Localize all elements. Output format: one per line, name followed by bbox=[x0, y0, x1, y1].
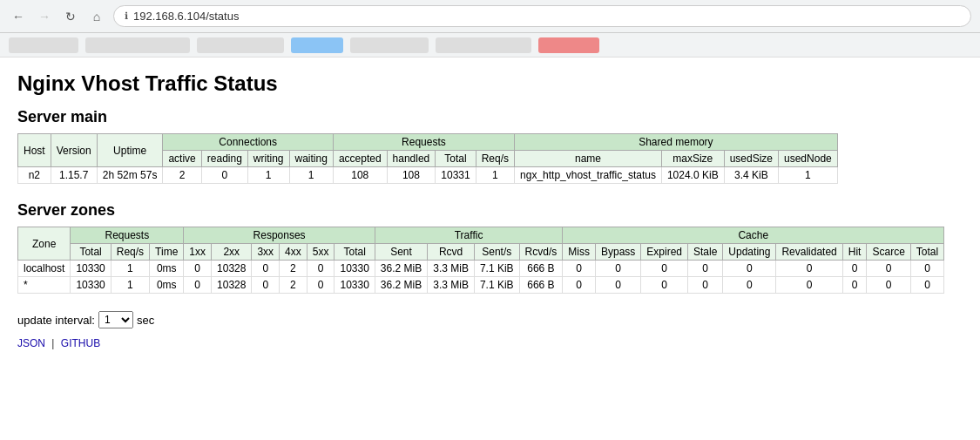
col-connections-group: Connections bbox=[163, 134, 333, 151]
col-traffic-group: Traffic bbox=[375, 227, 562, 244]
browser-chrome: ← → ↻ ⌂ ℹ 192.168.6.104/status bbox=[0, 0, 980, 33]
bookmarks-bar bbox=[0, 33, 980, 58]
col-accepted: accepted bbox=[333, 151, 387, 167]
page-content: Nginx Vhost Traffic Status Server main H… bbox=[0, 58, 980, 363]
col-requests-group2: Requests bbox=[71, 227, 184, 244]
col-4xx: 4xx bbox=[280, 244, 308, 261]
col-1xx: 1xx bbox=[184, 244, 212, 261]
col-rcvd: Rcvd bbox=[428, 244, 475, 261]
col-scarce: Scarce bbox=[867, 244, 910, 261]
col-sents: Sent/s bbox=[474, 244, 519, 261]
home-button[interactable]: ⌂ bbox=[87, 7, 106, 26]
col-stale: Stale bbox=[688, 244, 723, 261]
url-text: 192.168.6.104/status bbox=[133, 10, 239, 23]
col-name: name bbox=[515, 151, 662, 167]
col-rtotal: Total bbox=[335, 244, 375, 261]
address-bar[interactable]: ℹ 192.168.6.104/status bbox=[113, 5, 971, 27]
col-miss: Miss bbox=[563, 244, 596, 261]
col-handled: handled bbox=[387, 151, 436, 167]
bookmark-7 bbox=[538, 37, 599, 53]
col-ctotal: Total bbox=[910, 244, 943, 261]
server-zones-table: Zone Requests Responses Traffic Cache To… bbox=[17, 227, 944, 294]
col-active: active bbox=[163, 151, 201, 167]
bookmark-6 bbox=[436, 37, 531, 53]
server-main-section: Server main Host Version Uptime Connecti… bbox=[17, 108, 963, 184]
github-link[interactable]: GITHUB bbox=[61, 337, 100, 349]
col-cache-group: Cache bbox=[563, 227, 944, 244]
bookmark-4 bbox=[291, 37, 343, 53]
col-revalidated: Revalidated bbox=[776, 244, 842, 261]
col-version: Version bbox=[51, 134, 97, 167]
server-main-heading: Server main bbox=[17, 108, 963, 126]
col-uptime: Uptime bbox=[97, 134, 163, 167]
bookmark-5 bbox=[350, 37, 429, 53]
update-interval-row: update interval: 12510 sec bbox=[17, 311, 963, 328]
server-zones-section: Server zones Zone Requests Responses Tra… bbox=[17, 201, 963, 294]
col-reqs: Req/s bbox=[476, 151, 514, 167]
page-title: Nginx Vhost Traffic Status bbox=[17, 71, 963, 96]
col-hit: Hit bbox=[842, 244, 867, 261]
col-reqs-z: Req/s bbox=[111, 244, 149, 261]
col-usedsize: usedSize bbox=[724, 151, 778, 167]
footer-links: JSON | GITHUB bbox=[17, 337, 963, 349]
col-sent: Sent bbox=[375, 244, 427, 261]
server-zones-heading: Server zones bbox=[17, 201, 963, 220]
col-updating: Updating bbox=[723, 244, 776, 261]
bookmark-2 bbox=[85, 37, 190, 53]
update-interval-unit: sec bbox=[137, 314, 154, 327]
col-total-req: Total bbox=[436, 151, 476, 167]
update-interval-label: update interval: bbox=[17, 314, 95, 327]
col-host: Host bbox=[18, 134, 51, 167]
col-shared-memory-group: Shared memory bbox=[515, 134, 838, 151]
col-waiting: waiting bbox=[289, 151, 333, 167]
col-bypass: Bypass bbox=[595, 244, 640, 261]
col-expired: Expired bbox=[641, 244, 688, 261]
col-writing: writing bbox=[247, 151, 289, 167]
col-time: Time bbox=[150, 244, 184, 261]
col-5xx: 5xx bbox=[307, 244, 335, 261]
bookmark-3 bbox=[197, 37, 284, 53]
info-icon: ℹ bbox=[125, 10, 128, 22]
reload-button[interactable]: ↻ bbox=[61, 7, 80, 26]
server-main-table: Host Version Uptime Connections Requests… bbox=[17, 133, 838, 184]
col-reading: reading bbox=[201, 151, 247, 167]
update-interval-select[interactable]: 12510 bbox=[98, 311, 133, 328]
col-maxsize: maxSize bbox=[661, 151, 724, 167]
col-responses-group: Responses bbox=[184, 227, 375, 244]
json-link[interactable]: JSON bbox=[17, 337, 45, 349]
server-main-row: n21.15.72h 52m 57s2011108108103311ngx_ht… bbox=[18, 167, 838, 184]
col-total-z: Total bbox=[71, 244, 111, 261]
bookmark-1 bbox=[9, 37, 78, 53]
col-zone: Zone bbox=[18, 227, 71, 261]
col-requests-group: Requests bbox=[333, 134, 514, 151]
col-rcvds: Rcvd/s bbox=[519, 244, 563, 261]
server-zone-row: *1033010ms0103280201033036.2 MiB3.3 MiB7… bbox=[18, 277, 944, 294]
col-3xx: 3xx bbox=[252, 244, 280, 261]
col-usednode: usedNode bbox=[779, 151, 838, 167]
footer-separator: | bbox=[51, 337, 54, 349]
forward-button[interactable]: → bbox=[35, 7, 54, 26]
back-button[interactable]: ← bbox=[9, 7, 28, 26]
server-zone-row: localhost1033010ms0103280201033036.2 MiB… bbox=[18, 261, 944, 277]
col-2xx: 2xx bbox=[212, 244, 252, 261]
